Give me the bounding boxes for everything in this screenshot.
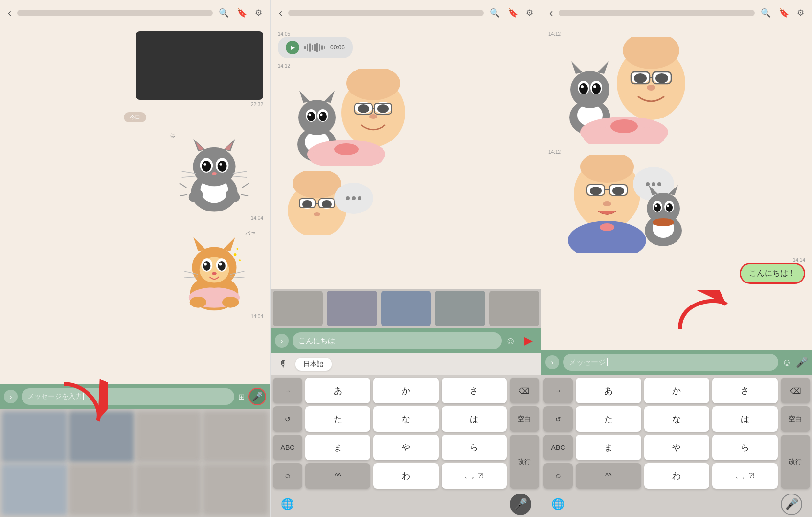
key-undo-p3[interactable]: ↺ [543, 406, 573, 432]
bookmark-icon-p1[interactable]: 🔖 [237, 8, 247, 18]
key-na-p3[interactable]: な [644, 406, 710, 432]
waveform [304, 43, 325, 52]
key-abc-p2[interactable]: ABC [273, 435, 302, 460]
search-icon-p1[interactable]: 🔍 [219, 8, 229, 18]
expand-button-p3[interactable]: › [545, 355, 559, 369]
svg-point-96 [592, 83, 601, 94]
ime-language-pill[interactable]: 日本語 [295, 358, 332, 371]
expand-button-p2[interactable]: › [275, 334, 289, 348]
send-button-p2[interactable]: ▶ [519, 332, 537, 350]
svg-point-11 [203, 163, 206, 166]
globe-icon-p3[interactable]: 🌐 [551, 498, 564, 511]
mic-button-kb-p2[interactable]: 🎤 [510, 494, 531, 515]
key-ka-p2[interactable]: か [373, 378, 438, 403]
message-input-p2[interactable]: こんにちは [293, 332, 502, 349]
key-ma-p2[interactable]: ま [305, 435, 370, 460]
key-punct-p2[interactable]: 、。?! [442, 463, 507, 489]
message-input-p3[interactable]: メッセージ [563, 354, 778, 371]
sticker-item-7[interactable] [136, 464, 201, 515]
settings-icon-p3[interactable]: ⚙ [797, 8, 804, 18]
key-enter-p3[interactable]: 改行 [781, 435, 810, 489]
expand-button-p1[interactable]: › [4, 390, 18, 403]
key-arrow-p3[interactable]: → [543, 378, 573, 403]
key-ka-p3[interactable]: か [644, 378, 710, 403]
sticker-thumb-1[interactable] [273, 291, 323, 326]
back-button-p1[interactable]: ‹ [8, 7, 11, 20]
back-button-p2[interactable]: ‹ [279, 7, 282, 20]
key-ya-p3[interactable]: や [644, 435, 710, 460]
svg-point-123 [603, 201, 611, 206]
key-space-p2[interactable]: 空白 [510, 406, 539, 432]
svg-line-18 [242, 183, 249, 188]
key-ha-p2[interactable]: は [442, 406, 507, 432]
settings-icon-p2[interactable]: ⚙ [526, 8, 533, 18]
key-caret-p3[interactable]: ^^ [576, 463, 641, 489]
search-icon-p2[interactable]: 🔍 [490, 8, 500, 18]
svg-point-87 [358, 196, 361, 200]
key-arrow-p2[interactable]: → [273, 378, 302, 403]
key-ra-p2[interactable]: ら [442, 435, 507, 460]
sticker-row-p2[interactable] [271, 289, 541, 328]
key-ha-p3[interactable]: は [712, 406, 778, 432]
emoji-button-p3[interactable]: ☺ [782, 357, 792, 368]
svg-point-139 [667, 205, 669, 207]
key-na-p2[interactable]: な [373, 406, 438, 432]
sticker-item-4[interactable] [203, 411, 268, 462]
mic-outline-p3[interactable]: 🎤 [781, 494, 802, 515]
panel-1: ‹ 🔍 🔖 ⚙ 22:32 今日 は [0, 0, 271, 517]
sticker-panel-p1[interactable] [0, 409, 270, 517]
key-ya-p2[interactable]: や [373, 435, 438, 460]
ime-mic-icon-p2[interactable]: 🎙 [279, 359, 288, 369]
grey-cat-sticker [165, 127, 263, 215]
key-punct-p3[interactable]: 、。?! [712, 463, 778, 489]
sticker-thumb-4[interactable] [435, 291, 485, 326]
globe-icon-p2[interactable]: 🌐 [281, 498, 294, 511]
key-enter-p2[interactable]: 改行 [510, 435, 539, 489]
svg-point-12 [219, 163, 222, 166]
back-button-p3[interactable]: ‹ [549, 7, 553, 20]
keyboard-icon-p1[interactable]: ⊞ [238, 392, 245, 401]
key-undo-p2[interactable]: ↺ [273, 406, 302, 432]
key-a-p2[interactable]: あ [305, 378, 370, 403]
key-wa-p3[interactable]: わ [644, 463, 710, 489]
play-button[interactable]: ▶ [286, 41, 299, 54]
key-a-p3[interactable]: あ [576, 378, 641, 403]
key-ma-p3[interactable]: ま [576, 435, 641, 460]
key-caret-p2[interactable]: ^^ [305, 463, 370, 489]
key-backspace-p2[interactable]: ⌫ [510, 378, 539, 403]
key-space-p3[interactable]: 空白 [781, 406, 810, 432]
key-wa-p2[interactable]: わ [373, 463, 438, 489]
keyboard-bottom-p3: 🌐 🎤 [541, 492, 812, 517]
svg-point-140 [653, 218, 674, 226]
mic-button-p1[interactable]: 🎤 [248, 388, 266, 405]
sticker-item-3[interactable] [136, 411, 201, 462]
svg-point-77 [302, 200, 312, 208]
key-sa-p3[interactable]: さ [712, 378, 778, 403]
key-emoji-p2[interactable]: ☺ [273, 463, 302, 489]
svg-line-22 [233, 171, 247, 174]
sticker-thumb-5[interactable] [489, 291, 539, 326]
key-emoji-p3[interactable]: ☺ [543, 463, 573, 489]
mic-icon-p3[interactable]: 🎤 [796, 356, 808, 368]
svg-point-45 [236, 248, 238, 250]
svg-point-13 [212, 172, 216, 175]
key-ra-p3[interactable]: ら [712, 435, 778, 460]
bookmark-icon-p2[interactable]: 🔖 [508, 8, 518, 18]
key-backspace-p3[interactable]: ⌫ [781, 378, 810, 403]
duo-sticker-p2 [278, 69, 415, 166]
svg-marker-29 [193, 237, 206, 251]
sticker-item-8[interactable] [203, 464, 268, 515]
key-ta-p3[interactable]: た [576, 406, 641, 432]
emoji-button-p2[interactable]: ☺ [506, 335, 516, 347]
voice-msg-time: 14:05 [278, 31, 290, 37]
sticker-thumb-2[interactable] [327, 291, 377, 326]
key-abc-p3[interactable]: ABC [543, 435, 573, 460]
key-ta-p2[interactable]: た [305, 406, 370, 432]
sticker-item-5[interactable] [2, 464, 67, 515]
search-icon-p3[interactable]: 🔍 [761, 8, 771, 18]
bookmark-icon-p3[interactable]: 🔖 [779, 8, 789, 18]
settings-icon-p1[interactable]: ⚙ [255, 8, 262, 18]
key-sa-p2[interactable]: さ [442, 378, 507, 403]
sticker-thumb-3[interactable] [381, 291, 431, 326]
sticker-item-6[interactable] [69, 464, 134, 515]
